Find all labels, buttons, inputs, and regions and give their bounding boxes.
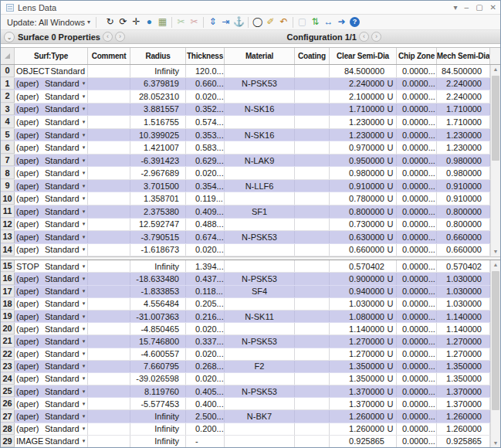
cell-material[interactable] <box>225 219 295 231</box>
cell-coating[interactable] <box>295 78 330 90</box>
cell-coating[interactable] <box>295 410 330 422</box>
cell-thickness[interactable]: 0.629... <box>186 154 225 167</box>
cell-thickness[interactable]: 0.409... <box>186 205 225 218</box>
vertical-scrollbar-bottom[interactable]: ▲ ▼ <box>490 260 500 448</box>
cell-clear-semi-dia[interactable]: 0.900000U <box>330 273 397 284</box>
cell-mech-semi-dia[interactable]: 1.370000 <box>437 385 490 397</box>
cell-clear-semi-dia[interactable]: 0.910000U <box>330 180 397 192</box>
cell-coating[interactable] <box>295 90 330 103</box>
cell-mech-semi-dia[interactable]: 1.230000 <box>437 141 490 154</box>
cell-mech-semi-dia[interactable]: 1.030000 <box>437 273 490 284</box>
cell-clear-semi-dia[interactable]: 0.780000U <box>330 192 397 205</box>
cell-mech-semi-dia[interactable]: 1.030000 <box>437 286 490 297</box>
cell-material[interactable] <box>225 423 295 435</box>
cell-chip-zone[interactable]: 0.0000... <box>397 311 437 322</box>
scroll-track[interactable] <box>491 74 500 247</box>
update-icon[interactable]: ↻ <box>103 15 117 29</box>
cell-chip-zone[interactable]: 0.0000... <box>397 436 437 447</box>
cell-thickness[interactable]: 0.020... <box>186 348 225 360</box>
cell-material[interactable] <box>225 244 295 256</box>
row-number[interactable]: 28 <box>1 423 15 435</box>
cell-material[interactable]: N-BK7 <box>225 410 295 422</box>
edit-check-icon[interactable]: ✐ <box>264 15 277 29</box>
cell-material[interactable] <box>225 141 295 154</box>
cell-clear-semi-dia[interactable]: 1.080000U <box>330 311 397 322</box>
surface-type-dropdown[interactable]: Standard <box>44 262 80 271</box>
surface-type-dropdown[interactable]: Standard <box>44 374 80 383</box>
reverse-elements-icon[interactable]: ⇥ <box>219 15 232 29</box>
aperture-icon[interactable]: ◯ <box>251 15 264 29</box>
cell-mech-semi-dia[interactable]: 1.350000 <box>437 361 490 372</box>
cell-chip-zone[interactable]: 0.0000... <box>397 231 437 243</box>
cell-comment[interactable] <box>88 116 130 128</box>
cell-comment[interactable] <box>88 311 130 322</box>
cell-chip-zone[interactable]: 0.0000... <box>397 335 437 347</box>
surface-type-dropdown[interactable]: Standard <box>44 312 80 321</box>
cell-coating[interactable] <box>295 65 330 77</box>
scene-viewer-icon[interactable]: ▦ <box>156 15 169 29</box>
cell-radius[interactable]: Infinity <box>130 260 186 272</box>
cell-chip-zone[interactable]: 0.0000... <box>397 78 437 90</box>
cell-comment[interactable] <box>88 260 130 272</box>
cell-chip-zone[interactable]: 0.0000... <box>397 260 437 272</box>
cell-clear-semi-dia[interactable]: 1.370000U <box>330 385 397 397</box>
cell-thickness[interactable]: 0.583... <box>186 141 225 154</box>
scroll-thumb[interactable] <box>492 271 499 410</box>
cell-chip-zone[interactable]: 0.0000... <box>397 154 437 167</box>
cell-coating[interactable] <box>295 286 330 297</box>
surface-next-button[interactable]: › <box>115 32 125 42</box>
surface-type-dropdown[interactable]: Standard <box>44 274 80 283</box>
surface-type-dropdown[interactable]: Standard <box>44 104 80 114</box>
cell-coating[interactable] <box>295 436 330 447</box>
cell-material[interactable]: N-PSK53 <box>225 78 295 90</box>
cell-radius[interactable]: -31.007363 <box>130 311 186 322</box>
surface-type-dropdown[interactable]: Standard <box>44 219 80 229</box>
cell-material[interactable]: N-PSK53 <box>225 231 295 243</box>
cell-comment[interactable] <box>88 273 130 284</box>
cell-radius[interactable]: -2.967689 <box>130 167 186 179</box>
cell-clear-semi-dia[interactable]: 2.100000U <box>330 90 397 103</box>
surface-type-dropdown[interactable]: Standard <box>44 299 80 308</box>
cell-radius[interactable]: Infinity <box>130 436 186 447</box>
cell-coating[interactable] <box>295 231 330 243</box>
cell-comment[interactable] <box>88 373 130 385</box>
cell-comment[interactable] <box>88 423 130 435</box>
cell-chip-zone[interactable]: 0.0000... <box>397 286 437 297</box>
surface-type-dropdown[interactable]: Standard <box>44 337 80 346</box>
row-number[interactable]: 16 <box>1 273 15 284</box>
cell-mech-semi-dia[interactable]: 0.910000 <box>437 180 490 192</box>
cell-chip-zone[interactable]: 0.0000... <box>397 129 437 141</box>
cell-coating[interactable] <box>295 273 330 284</box>
maximize-icon[interactable]: ▢ <box>476 2 482 14</box>
cell-material[interactable] <box>225 116 295 128</box>
surface-type-dropdown[interactable]: Standard <box>44 412 80 421</box>
cell-comment[interactable] <box>88 323 130 334</box>
cell-radius[interactable]: 1.516755 <box>130 116 186 128</box>
cell-material[interactable] <box>225 323 295 334</box>
cell-comment[interactable] <box>88 167 130 179</box>
cell-radius[interactable]: 7.660795 <box>130 361 186 372</box>
cell-thickness[interactable]: 1.394... <box>186 260 225 272</box>
cell-chip-zone[interactable]: 0.0000... <box>397 244 437 256</box>
cell-clear-semi-dia[interactable]: 1.350000U <box>330 373 397 385</box>
cell-mech-semi-dia[interactable]: 0.980000 <box>437 167 490 179</box>
delete-surface-icon[interactable]: ✂ <box>188 15 201 29</box>
cell-comment[interactable] <box>88 410 130 422</box>
cell-thickness[interactable]: 0.119... <box>186 192 225 205</box>
surface-type-dropdown[interactable]: Standard <box>44 143 80 152</box>
cell-coating[interactable] <box>295 385 330 397</box>
cell-clear-semi-dia[interactable]: 1.370000U <box>330 398 397 409</box>
cell-clear-semi-dia[interactable]: 0.630000U <box>330 231 397 243</box>
cell-material[interactable] <box>225 167 295 179</box>
cell-radius[interactable]: -4.600557 <box>130 348 186 360</box>
anchor-icon[interactable]: ⚓ <box>232 15 245 29</box>
cell-coating[interactable] <box>295 219 330 231</box>
surface-type-dropdown[interactable]: Standard <box>44 287 80 296</box>
cell-clear-semi-dia[interactable]: 0.570402 <box>330 260 397 272</box>
refresh-rows-icon[interactable]: ⇅ <box>309 15 322 29</box>
cell-clear-semi-dia[interactable]: 1.270000U <box>330 335 397 347</box>
cell-thickness[interactable]: 0.020... <box>186 90 225 103</box>
cell-thickness[interactable]: 0.354... <box>186 180 225 192</box>
cell-mech-semi-dia[interactable]: 1.370000 <box>437 398 490 409</box>
crosshair-icon[interactable]: ✛ <box>130 15 143 29</box>
